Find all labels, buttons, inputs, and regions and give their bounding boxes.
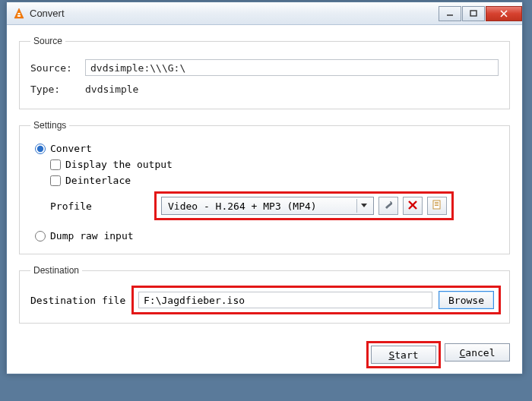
deinterlace-label: Deinterlace xyxy=(65,175,131,186)
svg-rect-4 xyxy=(470,11,477,16)
svg-rect-13 xyxy=(435,205,439,206)
display-output-label: Display the output xyxy=(65,159,173,170)
destination-file-label: Destination file xyxy=(30,295,134,306)
dump-radio[interactable] xyxy=(35,231,46,242)
cancel-button[interactable]: Cancel xyxy=(445,343,510,362)
convert-radio-row[interactable]: Convert xyxy=(35,143,499,154)
type-value: dvdsimple xyxy=(85,84,138,95)
app-icon xyxy=(13,8,25,20)
svg-marker-7 xyxy=(361,204,367,207)
settings-group: Settings Convert Display the output Dein… xyxy=(19,120,510,254)
start-highlight: Start xyxy=(369,343,439,366)
wrench-icon xyxy=(383,200,394,213)
profile-combo[interactable]: Video - H.264 + MP3 (MP4) xyxy=(161,197,374,215)
display-output-row[interactable]: Display the output xyxy=(50,159,499,170)
browse-button[interactable]: Browse xyxy=(439,291,494,309)
profile-highlight: Video - H.264 + MP3 (MP4) xyxy=(157,194,451,218)
browse-button-label: Browse xyxy=(448,295,484,306)
profile-label: Profile xyxy=(50,200,157,212)
deinterlace-row[interactable]: Deinterlace xyxy=(50,175,499,186)
new-profile-button[interactable] xyxy=(427,197,447,215)
settings-legend: Settings xyxy=(30,120,69,131)
edit-profile-button[interactable] xyxy=(378,197,398,215)
dialog-footer: Start Cancel xyxy=(7,342,522,374)
dump-radio-row[interactable]: Dump raw input xyxy=(35,230,499,242)
svg-rect-12 xyxy=(435,204,439,204)
convert-radio-label: Convert xyxy=(50,143,92,154)
client-area: Source Source: Type: dvdsimple Settings … xyxy=(7,25,522,342)
new-profile-icon xyxy=(432,200,442,212)
destination-file-input[interactable] xyxy=(138,292,432,308)
delete-profile-button[interactable] xyxy=(403,197,423,215)
window-title: Convert xyxy=(30,8,65,19)
source-legend: Source xyxy=(30,36,65,46)
type-label: Type: xyxy=(30,84,85,95)
maximize-button[interactable] xyxy=(462,6,485,21)
svg-rect-10 xyxy=(433,200,440,209)
minimize-button[interactable] xyxy=(439,6,461,21)
destination-legend: Destination xyxy=(30,265,82,276)
deinterlace-checkbox[interactable] xyxy=(50,175,61,186)
window-controls xyxy=(439,6,522,21)
convert-radio[interactable] xyxy=(35,144,46,154)
dump-radio-label: Dump raw input xyxy=(50,230,134,242)
delete-icon xyxy=(408,200,417,212)
profile-combo-value: Video - H.264 + MP3 (MP4) xyxy=(168,200,317,212)
titlebar[interactable]: Convert xyxy=(7,2,522,25)
start-button-label: Start xyxy=(388,349,418,361)
convert-dialog: Convert Source Source: Type: dvdsimple xyxy=(6,2,523,374)
dropdown-arrow-icon xyxy=(356,199,370,213)
source-label: Source: xyxy=(30,62,85,74)
svg-rect-1 xyxy=(17,15,21,17)
source-input[interactable] xyxy=(85,59,499,76)
destination-group: Destination Destination file Browse xyxy=(19,265,510,324)
close-button[interactable] xyxy=(486,6,522,21)
display-output-checkbox[interactable] xyxy=(50,159,61,170)
destination-highlight: Browse xyxy=(134,288,499,312)
svg-rect-2 xyxy=(18,13,21,14)
source-group: Source Source: Type: dvdsimple xyxy=(19,36,510,109)
start-button[interactable]: Start xyxy=(371,346,436,364)
cancel-button-label: Cancel xyxy=(460,347,496,358)
svg-rect-11 xyxy=(435,202,439,203)
